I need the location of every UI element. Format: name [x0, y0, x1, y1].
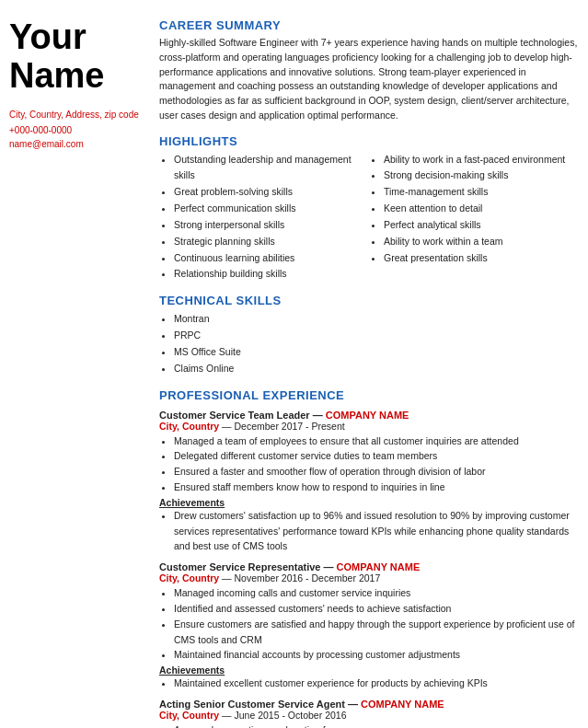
location-city-2: City, Country: [159, 572, 219, 584]
achievements-label-2: Achievements: [159, 664, 579, 676]
job-role-2: Customer Service Representative: [159, 561, 320, 572]
achievements-bullets-1: Drew customers' satisfaction up to 96% a…: [159, 508, 579, 554]
job-location-3: City, Country — June 2015 - October 2016: [159, 710, 579, 721]
job-role-1: Customer Service Team Leader: [159, 410, 310, 421]
left-column: Your Name City, Country, Address, zip co…: [9, 18, 152, 728]
highlights-left-list: Outstanding leadership and management sk…: [159, 152, 369, 283]
list-item: Great problem-solving skills: [174, 184, 369, 201]
contact-block: City, Country, Address, zip code +000-00…: [9, 109, 143, 149]
phone: +000-000-0000: [9, 125, 143, 135]
professional-experience-title: PROFESSIONAL EXPERIENCE: [159, 388, 579, 402]
highlights-title: HIGHLIGHTS: [159, 134, 579, 148]
location-city-3: City, Country: [159, 710, 219, 721]
list-item: PRPC: [174, 328, 579, 344]
job-dates-1: December 2017 - Present: [234, 421, 344, 432]
list-item: Ensure customers are satisfied and happy…: [174, 617, 579, 648]
list-item: Ensured a faster and smoother flow of op…: [174, 464, 579, 480]
right-column: CAREER SUMMARY Highly-skilled Software E…: [152, 18, 579, 728]
list-item: Outstanding leadership and management sk…: [174, 152, 369, 185]
list-item: Identified and assessed customers' needs…: [174, 601, 579, 617]
list-item: Maintained excellent customer experience…: [174, 676, 579, 691]
list-item: Ability to work in a fast-paced environm…: [384, 152, 579, 168]
job-title-1: Customer Service Team Leader — COMPANY N…: [159, 410, 579, 421]
company-name-1: COMPANY NAME: [326, 410, 409, 421]
highlights-right-col: Ability to work in a fast-paced environm…: [369, 152, 579, 283]
resume-page: Your Name City, Country, Address, zip co…: [0, 0, 588, 728]
achievements-label-1: Achievements: [159, 497, 579, 508]
location-city-1: City, Country: [159, 421, 219, 432]
achievements-bullets-2: Maintained excellent customer experience…: [159, 676, 579, 691]
list-item: Montran: [174, 311, 579, 328]
career-summary-text: Highly-skilled Software Engineer with 7+…: [159, 36, 579, 123]
list-item: Time-management skills: [384, 184, 579, 201]
highlights-right-list: Ability to work in a fast-paced environm…: [369, 152, 579, 267]
list-item: Delegated different customer service dut…: [174, 448, 579, 464]
first-name: Your: [9, 18, 143, 57]
job-bullets-1: Managed a team of employees to ensure th…: [159, 433, 579, 495]
list-item: Great presentation skills: [384, 250, 579, 267]
job-title-2: Customer Service Representative — COMPAN…: [159, 561, 579, 572]
company-name-3: COMPANY NAME: [361, 699, 444, 710]
list-item: MS Office Suite: [174, 344, 579, 361]
technical-skills-list: Montran PRPC MS Office Suite Claims Onli…: [159, 311, 579, 376]
list-item: Arranged reservations and routing for pa…: [174, 722, 579, 728]
name-block: Your Name: [9, 18, 143, 96]
highlights-left-col: Outstanding leadership and management sk…: [159, 152, 369, 283]
job-title-3: Acting Senior Customer Service Agent — C…: [159, 699, 579, 710]
job-location-2: City, Country — November 2016 - December…: [159, 572, 579, 584]
list-item: Strategic planning skills: [174, 234, 369, 250]
highlights-grid: Outstanding leadership and management sk…: [159, 152, 579, 283]
list-item: Relationship building skills: [174, 266, 369, 283]
last-name: Name: [9, 57, 143, 96]
company-name-2: COMPANY NAME: [337, 561, 421, 572]
job-bullets-3: Arranged reservations and routing for pa…: [159, 722, 579, 728]
list-item: Perfect communication skills: [174, 201, 369, 217]
career-summary-title: CAREER SUMMARY: [159, 18, 579, 32]
list-item: Managed incoming calls and customer serv…: [174, 585, 579, 601]
list-item: Continuous learning abilities: [174, 250, 369, 267]
address: City, Country, Address, zip code: [9, 109, 143, 121]
list-item: Managed a team of employees to ensure th…: [174, 433, 579, 449]
list-item: Drew customers' satisfaction up to 96% a…: [174, 508, 579, 554]
list-item: Claims Online: [174, 361, 579, 377]
job-bullets-2: Managed incoming calls and customer serv…: [159, 585, 579, 663]
list-item: Ability to work within a team: [384, 234, 579, 250]
job-location-1: City, Country — December 2017 - Present: [159, 421, 579, 432]
list-item: Strong interpersonal skills: [174, 217, 369, 234]
list-item: Ensured staff members know how to respon…: [174, 480, 579, 495]
list-item: Keen attention to detail: [384, 201, 579, 217]
job-dates-3: June 2015 - October 2016: [234, 710, 346, 721]
list-item: Maintained financial accounts by process…: [174, 647, 579, 663]
job-role-3: Acting Senior Customer Service Agent: [159, 699, 345, 710]
list-item: Perfect analytical skills: [384, 217, 579, 234]
email: name@email.com: [9, 139, 143, 149]
job-dates-2: November 2016 - December 2017: [234, 572, 380, 584]
technical-skills-title: TECHNICAL SKILLS: [159, 294, 579, 307]
list-item: Strong decision-making skills: [384, 168, 579, 184]
